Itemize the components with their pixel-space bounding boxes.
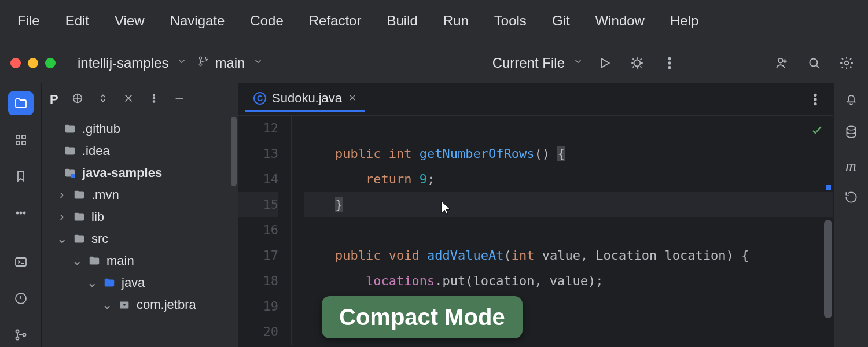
chevron-down-icon xyxy=(253,56,263,69)
svg-rect-12 xyxy=(16,141,20,145)
svg-point-15 xyxy=(20,212,21,213)
menu-tools[interactable]: Tools xyxy=(481,8,539,34)
svg-point-4 xyxy=(668,57,670,59)
error-stripe-mark[interactable] xyxy=(826,185,831,190)
tree-item[interactable]: ⌄src xyxy=(42,228,238,250)
project-tool-button[interactable] xyxy=(8,91,34,115)
expand-collapse-icon[interactable] xyxy=(97,92,109,108)
tab-options-icon[interactable] xyxy=(804,88,826,110)
branch-name: main xyxy=(215,55,245,71)
svg-point-24 xyxy=(153,97,155,99)
inspection-ok-icon[interactable] xyxy=(810,120,824,146)
svg-point-8 xyxy=(810,58,817,66)
close-panel-icon[interactable] xyxy=(122,92,135,108)
tab-filename: Sudoku.java xyxy=(272,91,342,106)
menu-code[interactable]: Code xyxy=(237,8,296,34)
os-menubar: File Edit View Navigate Code Refactor Bu… xyxy=(0,0,868,42)
bookmarks-tool-button[interactable] xyxy=(8,164,34,188)
project-selector[interactable]: intellij-samples xyxy=(78,55,187,71)
project-panel-header: P xyxy=(42,83,238,116)
menu-navigate[interactable]: Navigate xyxy=(157,8,238,34)
tree-item[interactable]: java-samples xyxy=(42,162,238,184)
branch-icon xyxy=(197,55,210,71)
run-config-label: Current File xyxy=(492,55,565,71)
svg-point-28 xyxy=(123,304,126,306)
svg-point-7 xyxy=(778,58,783,62)
close-tab-icon[interactable] xyxy=(348,91,357,106)
project-panel: P .github.ideajava-samples›.mvn›lib⌄src⌄… xyxy=(42,83,238,347)
svg-point-31 xyxy=(814,102,816,104)
database-tool-button[interactable] xyxy=(844,124,859,142)
svg-point-5 xyxy=(668,62,670,64)
debug-button[interactable] xyxy=(626,52,648,74)
coverage-tool-button[interactable] xyxy=(844,190,859,208)
mouse-cursor-icon xyxy=(440,200,453,219)
problems-tool-button[interactable] xyxy=(8,287,34,311)
menu-file[interactable]: File xyxy=(5,8,53,34)
tree-item[interactable]: .idea xyxy=(42,140,238,162)
menu-run[interactable]: Run xyxy=(431,8,481,34)
editor-tab[interactable]: C Sudoku.java xyxy=(245,86,365,112)
hide-panel-icon[interactable] xyxy=(173,92,186,108)
zoom-window-button[interactable] xyxy=(45,58,56,68)
svg-point-14 xyxy=(16,212,18,213)
terminal-tool-button[interactable] xyxy=(8,250,34,274)
tree-item[interactable]: ⌄main xyxy=(42,250,238,272)
svg-rect-13 xyxy=(22,141,25,145)
left-tool-rail xyxy=(0,83,42,347)
structure-tool-button[interactable] xyxy=(8,128,34,152)
svg-point-19 xyxy=(16,330,19,333)
project-tree[interactable]: .github.ideajava-samples›.mvn›lib⌄src⌄ma… xyxy=(42,116,238,318)
svg-point-3 xyxy=(634,60,641,66)
tree-item[interactable]: ⌄com.jetbra xyxy=(42,294,238,316)
menu-window[interactable]: Window xyxy=(583,8,657,34)
maven-tool-button[interactable]: m xyxy=(845,157,856,175)
vcs-tool-button[interactable] xyxy=(8,323,34,347)
svg-point-32 xyxy=(847,126,855,130)
run-config-selector[interactable]: Current File xyxy=(492,55,583,71)
run-button[interactable] xyxy=(594,52,616,74)
menu-refactor[interactable]: Refactor xyxy=(296,8,374,34)
project-name: intellij-samples xyxy=(78,55,168,71)
chevron-down-icon xyxy=(176,56,187,69)
tree-item[interactable]: ›lib xyxy=(42,206,238,228)
minimize-window-button[interactable] xyxy=(28,58,38,68)
right-tool-rail: m xyxy=(833,83,868,347)
tree-scrollbar[interactable] xyxy=(231,117,237,186)
search-everywhere-button[interactable] xyxy=(803,52,825,74)
more-actions-button[interactable] xyxy=(659,52,681,74)
svg-point-29 xyxy=(814,94,816,95)
svg-point-9 xyxy=(845,61,849,65)
svg-rect-11 xyxy=(22,135,25,139)
svg-point-20 xyxy=(16,337,19,340)
settings-button[interactable] xyxy=(836,52,858,74)
window-toolbar: intellij-samples main Current File xyxy=(0,42,868,83)
menu-help[interactable]: Help xyxy=(657,8,711,34)
line-gutter[interactable]: 121314151617181920 xyxy=(238,116,292,345)
tree-item[interactable]: .github xyxy=(42,118,238,140)
editor-tabbar: C Sudoku.java xyxy=(238,83,833,116)
java-class-icon: C xyxy=(253,92,266,105)
svg-point-1 xyxy=(200,63,203,66)
more-tools-button[interactable] xyxy=(8,201,34,224)
svg-rect-17 xyxy=(16,258,26,266)
svg-point-16 xyxy=(23,212,25,213)
svg-point-2 xyxy=(206,57,209,60)
menu-edit[interactable]: Edit xyxy=(53,8,102,34)
menu-git[interactable]: Git xyxy=(539,8,583,34)
tree-item[interactable]: ›.mvn xyxy=(42,184,238,206)
close-window-button[interactable] xyxy=(10,58,21,68)
menu-view[interactable]: View xyxy=(102,8,157,34)
menu-build[interactable]: Build xyxy=(374,8,430,34)
git-branch-selector[interactable]: main xyxy=(197,55,263,71)
tree-item[interactable]: ⌄java xyxy=(42,272,238,294)
code-with-me-button[interactable] xyxy=(771,52,793,74)
editor-scrollbar[interactable] xyxy=(824,220,832,318)
svg-point-23 xyxy=(153,94,155,96)
notifications-button[interactable] xyxy=(844,91,859,109)
svg-rect-26 xyxy=(71,174,75,178)
project-panel-title-icon: P xyxy=(50,92,58,107)
svg-point-30 xyxy=(814,98,816,100)
panel-options-icon[interactable] xyxy=(148,92,160,108)
select-opened-file-icon[interactable] xyxy=(71,92,84,108)
